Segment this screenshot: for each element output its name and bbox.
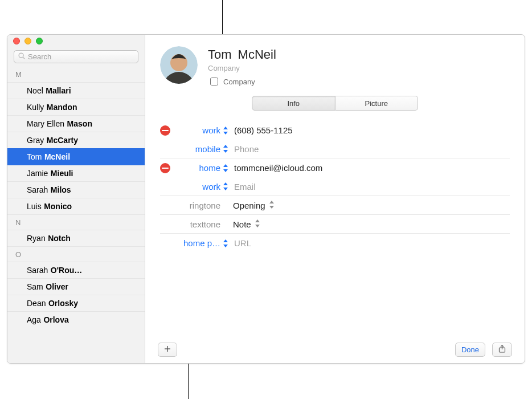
field-row-texttone: texttoneNote (160, 215, 510, 234)
contact-list-item[interactable]: JamieMieuli (7, 165, 145, 181)
avatar[interactable] (160, 46, 198, 84)
field-label-selector[interactable]: mobile (173, 144, 223, 154)
contact-first-name: Sarah (27, 262, 48, 279)
search-field[interactable] (14, 50, 138, 63)
contact-name[interactable]: TomMcNeil (208, 47, 510, 62)
share-button[interactable] (492, 343, 512, 357)
field-row-email: home (160, 158, 510, 177)
contact-first-name: Mary Ellen (27, 116, 64, 132)
contact-last-name: Milos (51, 182, 71, 198)
texttone-picker[interactable]: Note (233, 219, 505, 229)
stepper-icon[interactable] (223, 127, 233, 135)
contact-list-item[interactable]: SarahO'Rou… (7, 262, 145, 278)
contact-first-name: Dean (27, 295, 46, 312)
ringtone-picker[interactable]: Opening (233, 201, 505, 210)
plus-icon (164, 345, 171, 354)
stepper-icon[interactable] (223, 145, 233, 153)
contact-last-name: Mason (67, 116, 92, 132)
field-label-selector: texttone (173, 219, 223, 229)
company-field-placeholder[interactable]: Company (208, 64, 510, 72)
contact-first-name: Noel (27, 83, 43, 99)
contact-list[interactable]: MNoelMallariKullyMandonMary EllenMasonGr… (7, 67, 145, 363)
contact-list-item[interactable]: GrayMcCarty (7, 132, 145, 148)
contact-list-item[interactable]: KullyMandon (7, 99, 145, 115)
contact-fields: workmobilehomeworkringtoneOpeningtextton… (160, 121, 510, 253)
contact-last-name: Monico (44, 198, 72, 215)
remove-field-button[interactable] (160, 163, 170, 173)
stepper-icon[interactable] (223, 182, 233, 190)
contact-last-name: McNeil (44, 149, 70, 165)
contacts-window: MNoelMallariKullyMandonMary EllenMasonGr… (7, 34, 525, 364)
window-minimize-button[interactable] (24, 38, 31, 44)
window-zoom-button[interactable] (36, 38, 43, 44)
email-input[interactable] (233, 162, 505, 173)
svg-line-1 (23, 57, 24, 59)
field-label-selector[interactable]: work (173, 125, 223, 135)
email-input[interactable] (233, 181, 505, 192)
group-header: M (7, 67, 145, 82)
contact-first-name: Gray (27, 132, 44, 149)
contact-first-name: Kully (27, 99, 44, 116)
tab-picture-label: Picture (365, 99, 388, 108)
contact-list-item[interactable]: NoelMallari (7, 82, 145, 99)
contact-first-name: Tom (27, 149, 42, 165)
contact-list-item[interactable]: RyanNotch (7, 230, 145, 246)
contact-first-name: Sarah (27, 182, 48, 198)
picker-value: Opening (233, 201, 265, 210)
add-field-button[interactable] (158, 343, 177, 357)
annotation-line-top (222, 0, 223, 34)
window-close-button[interactable] (13, 38, 20, 44)
field-label-selector[interactable]: work (173, 182, 223, 192)
contact-list-item[interactable]: SamOliver (7, 278, 145, 295)
svg-point-0 (19, 53, 23, 58)
tab-info-label: Info (287, 99, 300, 108)
contact-last-name: McCarty (47, 132, 78, 149)
done-button[interactable]: Done (455, 343, 485, 357)
annotation-line-bottom (188, 364, 189, 399)
detail-footer: Done (145, 336, 525, 363)
detail-tabs: Info Picture (252, 96, 418, 111)
field-row-phone: work (160, 121, 510, 140)
done-button-label: Done (461, 345, 479, 354)
phone-input[interactable] (233, 144, 505, 154)
contact-list-item[interactable]: SarahMilos (7, 181, 145, 198)
tab-info[interactable]: Info (252, 96, 335, 111)
field-label-selector[interactable]: home p… (173, 238, 223, 248)
contact-last-name: O'Rou… (51, 262, 82, 279)
company-checkbox-row[interactable]: Company (208, 76, 510, 87)
remove-field-button[interactable] (160, 125, 170, 136)
contact-last-name[interactable]: McNeil (238, 47, 276, 62)
contact-last-name: Notch (48, 230, 71, 247)
group-header: N (7, 214, 145, 230)
tab-picture[interactable]: Picture (335, 96, 419, 111)
titlebar (7, 35, 145, 47)
search-input[interactable] (26, 52, 134, 61)
field-row-phone: mobile (160, 140, 510, 158)
company-checkbox[interactable] (210, 78, 218, 85)
stepper-icon[interactable] (223, 164, 233, 172)
contact-first-name: Aga (27, 312, 41, 328)
field-label-selector[interactable]: home (173, 163, 223, 173)
stepper-icon (269, 201, 275, 210)
contact-list-item[interactable]: AgaOrlova (7, 311, 145, 328)
contact-last-name: Orlosky (48, 295, 78, 312)
contact-list-item[interactable]: DeanOrlosky (7, 295, 145, 311)
field-label-selector: ringtone (173, 201, 223, 210)
contact-last-name: Oliver (46, 279, 68, 295)
contact-header: TomMcNeil Company Company (160, 46, 510, 87)
contact-first-name[interactable]: Tom (208, 47, 232, 62)
contact-list-item[interactable]: Mary EllenMason (7, 115, 145, 132)
contact-last-name: Mallari (46, 83, 71, 99)
search-icon (18, 52, 26, 62)
contact-list-item[interactable]: LuisMonico (7, 198, 145, 214)
contact-first-name: Jamie (27, 165, 48, 182)
url-input[interactable] (233, 238, 505, 249)
contact-first-name: Ryan (27, 230, 46, 247)
contact-first-name: Luis (27, 198, 42, 215)
contact-list-item[interactable]: TomMcNeil (7, 148, 145, 165)
sidebar: MNoelMallariKullyMandonMary EllenMasonGr… (7, 35, 145, 363)
contact-first-name: Sam (27, 279, 43, 295)
share-icon (498, 345, 506, 355)
stepper-icon[interactable] (223, 239, 233, 247)
phone-input[interactable] (233, 125, 505, 136)
